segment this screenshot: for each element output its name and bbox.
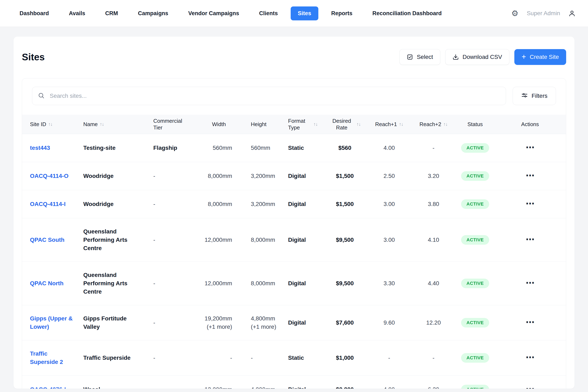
- main-card: Sites Select Download CSV +: [14, 36, 574, 389]
- cell-width: 8,000mm: [208, 201, 232, 207]
- sort-arrows-icon[interactable]: ↑↓: [444, 122, 448, 127]
- row-actions-button[interactable]: ⋯: [526, 170, 534, 180]
- row-actions-button[interactable]: ⋯: [526, 278, 534, 288]
- cell-height: 3,200mm: [251, 173, 275, 179]
- nav-item-campaigns[interactable]: Campaigns: [131, 6, 176, 20]
- row-actions-button[interactable]: ⋯: [526, 234, 534, 244]
- cell-name: Testing-site: [83, 144, 116, 151]
- status-badge: ACTIVE: [461, 171, 489, 181]
- table-row: QPAC NorthQueensland Performing Arts Cen…: [22, 262, 566, 305]
- status-badge: ACTIVE: [461, 199, 489, 209]
- search-icon: [38, 92, 44, 100]
- cell-commercial-tier: -: [153, 201, 155, 207]
- cell-commercial-tier: Flagship: [153, 144, 177, 151]
- top-navigation: DashboardAvailsCRMCampaignsVendor Campai…: [0, 0, 588, 27]
- column-label: Reach+1: [375, 121, 397, 128]
- cell-desired-rate: $560: [338, 144, 351, 151]
- select-button[interactable]: Select: [400, 49, 440, 65]
- nav-right: ⚙ Super Admin: [512, 9, 576, 17]
- download-icon: [452, 54, 459, 60]
- sort-arrows-icon[interactable]: ↑↓: [100, 122, 104, 127]
- cell-format-type: Static: [288, 354, 304, 361]
- column-header-site-id[interactable]: Site ID↑↓: [22, 115, 75, 134]
- filters-sliders-icon: [521, 92, 528, 100]
- nav-item-dashboard[interactable]: Dashboard: [12, 6, 56, 20]
- cell-reach2: 3.80: [428, 201, 439, 207]
- cell-height: 4,000mm: [251, 386, 275, 389]
- cell-name: Wacol: [83, 386, 100, 389]
- cell-name: Woodridge: [83, 173, 114, 179]
- cell-reach1: 3.00: [384, 236, 395, 243]
- cell-reach2: 6.20: [428, 386, 439, 389]
- nav-item-crm[interactable]: CRM: [98, 6, 125, 20]
- cell-width: 8,000mm: [208, 173, 232, 179]
- create-site-button[interactable]: + Create Site: [514, 49, 566, 65]
- user-icon[interactable]: [568, 10, 576, 17]
- column-header-name[interactable]: Name↑↓: [75, 115, 145, 134]
- column-header-format-type[interactable]: Format Type↑↓: [278, 115, 322, 134]
- settings-gear-icon[interactable]: ⚙: [512, 9, 518, 17]
- row-actions-button[interactable]: ⋯: [526, 384, 534, 389]
- column-header-reach+1[interactable]: Reach+1↑↓: [368, 115, 411, 134]
- row-actions-button[interactable]: ⋯: [526, 352, 534, 362]
- row-actions-button[interactable]: ⋯: [526, 317, 534, 327]
- row-actions-button[interactable]: ⋯: [526, 142, 534, 152]
- column-label: Actions: [521, 121, 539, 128]
- cell-commercial-tier: -: [153, 236, 155, 243]
- cell-format-type: Digital: [288, 236, 306, 243]
- filters-button[interactable]: Filters: [513, 87, 556, 105]
- sort-arrows-icon[interactable]: ↑↓: [48, 122, 52, 127]
- cell-commercial-tier: -: [153, 354, 155, 361]
- cell-desired-rate: $2,800: [336, 386, 354, 389]
- site-id-link[interactable]: OACQ-4114-O: [30, 173, 68, 179]
- site-id-link[interactable]: QPAC South: [30, 236, 64, 243]
- nav-item-clients[interactable]: Clients: [252, 6, 285, 20]
- table-header-row: Site ID↑↓Name↑↓Commercial TierWidthHeigh…: [22, 115, 566, 134]
- cell-height: 560mm: [251, 144, 270, 151]
- status-badge: ACTIVE: [461, 385, 489, 389]
- site-id-link[interactable]: OACQ-4114-I: [30, 201, 66, 207]
- cell-commercial-tier: -: [153, 320, 155, 326]
- column-label: Commercial Tier: [153, 118, 187, 131]
- column-header-desired-rate[interactable]: Desired Rate↑↓: [322, 115, 368, 134]
- site-id-link[interactable]: test443: [30, 144, 50, 151]
- cell-format-type: Digital: [288, 173, 306, 179]
- row-actions-button[interactable]: ⋯: [526, 198, 534, 209]
- nav-item-reconciliation-dashboard[interactable]: Reconciliation Dashboard: [365, 6, 449, 20]
- table-row: Gipps (Upper & Lower)Gipps Fortitude Val…: [22, 305, 566, 340]
- column-header-status: Status: [456, 115, 494, 134]
- cell-height: -: [251, 354, 253, 361]
- site-id-link[interactable]: Traffic Superside 2: [30, 350, 63, 365]
- table-row: test443Testing-siteFlagship560mm560mmSta…: [22, 134, 566, 162]
- page-header: Sites Select Download CSV +: [22, 49, 566, 65]
- cell-reach1: 2.50: [384, 173, 395, 179]
- status-badge: ACTIVE: [461, 318, 489, 328]
- sort-arrows-icon[interactable]: ↑↓: [314, 122, 318, 127]
- page-title: Sites: [22, 52, 45, 63]
- cell-name: Queensland Performing Arts Centre: [83, 228, 127, 251]
- cell-name: Gipps Fortitude Valley: [83, 315, 126, 330]
- status-badge: ACTIVE: [461, 235, 489, 245]
- site-id-link[interactable]: OACQ-4076-I: [30, 386, 66, 389]
- column-label: Desired Rate: [329, 118, 354, 131]
- nav-item-avails[interactable]: Avails: [62, 6, 92, 20]
- search-input[interactable]: [32, 87, 506, 105]
- cell-reach1: 4.00: [384, 144, 395, 151]
- checkbox-check-icon: [407, 54, 413, 60]
- cell-height: 4,800mm (+1 more): [251, 315, 276, 330]
- nav-items: DashboardAvailsCRMCampaignsVendor Campai…: [12, 6, 449, 20]
- sort-arrows-icon[interactable]: ↑↓: [356, 122, 360, 127]
- cell-desired-rate: $9,500: [336, 280, 354, 286]
- download-csv-button[interactable]: Download CSV: [445, 49, 509, 65]
- cell-width: 560mm: [213, 144, 232, 151]
- sort-arrows-icon[interactable]: ↑↓: [399, 122, 403, 127]
- column-header-reach+2[interactable]: Reach+2↑↓: [411, 115, 456, 134]
- cell-format-type: Digital: [288, 386, 306, 389]
- nav-item-reports[interactable]: Reports: [324, 6, 360, 20]
- site-id-link[interactable]: QPAC North: [30, 280, 64, 286]
- nav-item-vendor-campaigns[interactable]: Vendor Campaigns: [181, 6, 246, 20]
- site-id-link[interactable]: Gipps (Upper & Lower): [30, 315, 72, 330]
- column-label: Name: [83, 121, 98, 128]
- table-body: test443Testing-siteFlagship560mm560mmSta…: [22, 134, 566, 389]
- nav-item-sites[interactable]: Sites: [291, 6, 318, 20]
